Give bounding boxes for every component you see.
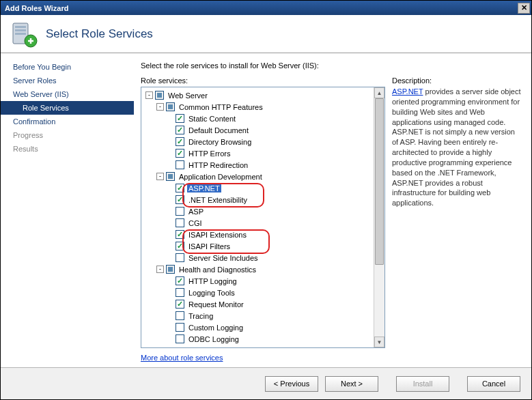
checkbox[interactable] xyxy=(176,149,184,158)
tree-node-label: ODBC Logging xyxy=(187,335,240,343)
page-title: Select Role Services xyxy=(46,27,153,41)
tree-node-label: ISAPI Extensions xyxy=(187,231,248,239)
wizard-step-3[interactable]: Role Services xyxy=(1,101,134,115)
checkbox[interactable] xyxy=(176,253,184,262)
svg-rect-3 xyxy=(15,33,26,35)
tree-node[interactable]: ISAPI Extensions xyxy=(141,229,374,240)
wizard-step-0[interactable]: Before You Begin xyxy=(1,60,134,74)
checkbox[interactable] xyxy=(155,91,164,100)
checkbox[interactable] xyxy=(176,288,184,297)
tree-node[interactable]: ODBC Logging xyxy=(141,333,374,345)
tree-node[interactable]: Server Side Includes xyxy=(141,252,374,263)
tree-node[interactable]: -Health and Diagnostics xyxy=(141,263,374,275)
tree-node[interactable]: HTTP Errors xyxy=(141,147,374,159)
tree-node[interactable]: ASP xyxy=(141,205,374,217)
install-button[interactable]: Install xyxy=(396,376,449,392)
tree-node-label: ISAPI Filters xyxy=(187,242,232,251)
checkbox[interactable] xyxy=(176,300,184,309)
scroll-thumb[interactable] xyxy=(375,98,384,265)
tree-node[interactable]: Tracing xyxy=(141,310,374,322)
description-label: Description: xyxy=(392,76,522,85)
tree-node-label: Default Document xyxy=(187,126,250,134)
tree-node[interactable]: CGI xyxy=(141,217,374,229)
checkbox[interactable] xyxy=(176,334,184,343)
tree-node-label: Request Monitor xyxy=(187,300,245,309)
description-link[interactable]: ASP.NET xyxy=(392,87,423,96)
checkbox[interactable] xyxy=(176,242,184,251)
wizard-step-1[interactable]: Server Roles xyxy=(1,74,134,87)
wizard-step-4[interactable]: Confirmation xyxy=(1,115,134,128)
more-about-link[interactable]: More about role services xyxy=(141,354,223,362)
checkbox[interactable] xyxy=(176,137,184,146)
svg-rect-2 xyxy=(15,29,26,31)
tree-node-label: .NET Extensibility xyxy=(187,196,249,204)
tree-node[interactable]: Default Document xyxy=(141,124,374,136)
tree-scrollbar[interactable]: ▲ ▼ xyxy=(374,87,384,347)
tree-node-label: Tracing xyxy=(187,312,214,320)
close-button[interactable]: ✕ xyxy=(518,3,530,14)
checkbox[interactable] xyxy=(176,160,184,169)
expand-toggle[interactable]: - xyxy=(156,103,164,111)
tree-node-label: CGI xyxy=(187,219,204,227)
tree-node[interactable]: Logging Tools xyxy=(141,287,374,298)
checkbox[interactable] xyxy=(176,126,184,134)
tree-node[interactable]: ASP.NET xyxy=(141,182,374,194)
tree-node[interactable]: -Application Development xyxy=(141,171,374,182)
checkbox[interactable] xyxy=(166,265,175,274)
tree-node[interactable]: -Web Server xyxy=(141,89,374,101)
tree-node[interactable]: HTTP Logging xyxy=(141,275,374,287)
wizard-header: Select Role Services xyxy=(1,15,531,53)
cancel-button[interactable]: Cancel xyxy=(467,376,520,392)
tree-node[interactable]: HTTP Redirection xyxy=(141,159,374,171)
tree-node-label: HTTP Logging xyxy=(187,277,238,285)
tree-node[interactable]: ISAPI Filters xyxy=(141,240,374,252)
wizard-step-6: Results xyxy=(1,142,134,156)
description-text: ASP.NET provides a server side object or… xyxy=(392,87,522,208)
checkbox[interactable] xyxy=(166,102,175,111)
checkbox[interactable] xyxy=(166,172,175,181)
titlebar: Add Roles Wizard ✕ xyxy=(1,1,531,15)
previous-button[interactable]: < Previous xyxy=(265,376,318,392)
checkbox[interactable] xyxy=(176,323,184,332)
role-services-tree[interactable]: -Web Server-Common HTTP FeaturesStatic C… xyxy=(141,87,385,348)
checkbox[interactable] xyxy=(176,218,184,227)
scroll-up-button[interactable]: ▲ xyxy=(374,87,384,98)
tree-node[interactable]: Custom Logging xyxy=(141,322,374,333)
checkbox[interactable] xyxy=(176,207,184,216)
server-role-icon xyxy=(10,20,38,48)
wizard-step-2[interactable]: Web Server (IIS) xyxy=(1,87,134,101)
checkbox[interactable] xyxy=(176,184,184,192)
tree-label: Role services: xyxy=(141,76,385,85)
expand-toggle[interactable]: - xyxy=(156,266,164,273)
tree-node-label: Custom Logging xyxy=(187,324,244,332)
next-button[interactable]: Next > xyxy=(325,376,378,392)
tree-node-label: Health and Diagnostics xyxy=(178,266,257,274)
description-body: provides a server side object oriented p… xyxy=(392,87,521,207)
window-title: Add Roles Wizard xyxy=(5,4,68,12)
wizard-step-5: Progress xyxy=(1,128,134,142)
scroll-down-button[interactable]: ▼ xyxy=(374,337,384,347)
tree-node-label: Static Content xyxy=(187,115,237,123)
checkbox[interactable] xyxy=(176,195,184,204)
tree-node[interactable]: Static Content xyxy=(141,113,374,124)
tree-node[interactable]: .NET Extensibility xyxy=(141,194,374,205)
checkbox[interactable] xyxy=(176,276,184,285)
svg-rect-1 xyxy=(15,26,26,28)
tree-node-label: ASP.NET xyxy=(187,184,221,192)
tree-node-label: Directory Browsing xyxy=(187,138,253,146)
tree-node-label: HTTP Errors xyxy=(187,149,232,158)
tree-node-label: Logging Tools xyxy=(187,289,236,297)
wizard-footer: < Previous Next > Install Cancel xyxy=(1,367,531,399)
tree-node-label: Common HTTP Features xyxy=(178,103,264,111)
expand-toggle[interactable]: - xyxy=(156,173,164,180)
checkbox[interactable] xyxy=(176,114,184,123)
expand-toggle[interactable]: - xyxy=(145,91,153,99)
checkbox[interactable] xyxy=(176,311,184,320)
tree-node[interactable]: Request Monitor xyxy=(141,298,374,310)
tree-node-label: Application Development xyxy=(178,173,264,181)
checkbox[interactable] xyxy=(176,230,184,239)
tree-node-label: Web Server xyxy=(167,91,209,100)
wizard-steps-sidebar: Before You BeginServer RolesWeb Server (… xyxy=(1,53,134,367)
tree-node[interactable]: -Common HTTP Features xyxy=(141,101,374,113)
tree-node[interactable]: Directory Browsing xyxy=(141,136,374,147)
